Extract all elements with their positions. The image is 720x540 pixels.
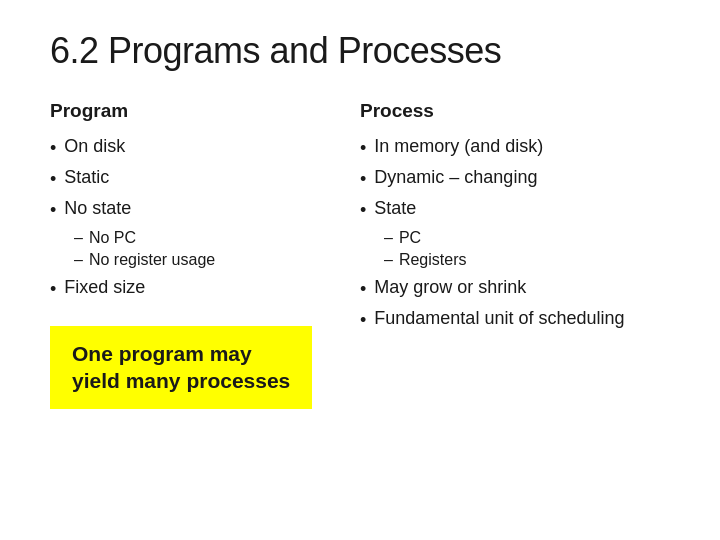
process-bullet-maygrow: • May grow or shrink <box>360 277 650 300</box>
program-nopc-text: No PC <box>89 229 136 247</box>
program-sub-noregister: – No register usage <box>74 251 340 269</box>
bullet-icon: • <box>50 279 56 300</box>
process-bullet-fundamental: • Fundamental unit of scheduling <box>360 308 650 331</box>
program-header: Program <box>50 100 340 122</box>
process-state-text: State <box>374 198 416 219</box>
dash-icon: – <box>384 229 393 247</box>
dash-icon: – <box>384 251 393 269</box>
bullet-icon: • <box>360 169 366 190</box>
process-column: Process • In memory (and disk) • Dynamic… <box>360 100 670 409</box>
process-extra-list: • May grow or shrink • Fundamental unit … <box>360 277 650 331</box>
bullet-icon: • <box>50 138 56 159</box>
process-dynamic-text: Dynamic – changing <box>374 167 537 188</box>
bullet-icon: • <box>360 200 366 221</box>
program-static-text: Static <box>64 167 109 188</box>
bullet-icon: • <box>50 169 56 190</box>
program-bullet-ondisk: • On disk <box>50 136 340 159</box>
program-fixedsize-text: Fixed size <box>64 277 145 298</box>
program-nostate-text: No state <box>64 198 131 219</box>
program-ondisk-text: On disk <box>64 136 125 157</box>
program-extra-list: • Fixed size <box>50 277 340 300</box>
highlight-line1: One program may <box>72 342 252 365</box>
bullet-icon: • <box>360 138 366 159</box>
process-bullet-inmemory: • In memory (and disk) <box>360 136 650 159</box>
dash-icon: – <box>74 229 83 247</box>
slide: 6.2 Programs and Processes Program • On … <box>0 0 720 540</box>
highlight-line2: yield many processes <box>72 369 290 392</box>
program-bullet-list: • On disk • Static • No state <box>50 136 340 221</box>
program-noregister-text: No register usage <box>89 251 215 269</box>
process-pc-text: PC <box>399 229 421 247</box>
program-sub-list: – No PC – No register usage <box>74 229 340 269</box>
program-bullet-nostate: • No state <box>50 198 340 221</box>
process-header: Process <box>360 100 650 122</box>
process-maygrow-text: May grow or shrink <box>374 277 526 298</box>
bullet-icon: • <box>360 279 366 300</box>
content-columns: Program • On disk • Static • No state – <box>50 100 670 409</box>
bullet-icon: • <box>360 310 366 331</box>
process-sub-registers: – Registers <box>384 251 650 269</box>
program-bullet-static: • Static <box>50 167 340 190</box>
process-bullet-state: • State <box>360 198 650 221</box>
bullet-icon: • <box>50 200 56 221</box>
process-bullet-dynamic: • Dynamic – changing <box>360 167 650 190</box>
program-bullet-fixedsize: • Fixed size <box>50 277 340 300</box>
dash-icon: – <box>74 251 83 269</box>
process-registers-text: Registers <box>399 251 467 269</box>
slide-title: 6.2 Programs and Processes <box>50 30 670 72</box>
process-inmemory-text: In memory (and disk) <box>374 136 543 157</box>
program-sub-nopc: – No PC <box>74 229 340 247</box>
process-fundamental-text: Fundamental unit of scheduling <box>374 308 624 329</box>
process-sub-list: – PC – Registers <box>384 229 650 269</box>
process-bullet-list: • In memory (and disk) • Dynamic – chang… <box>360 136 650 221</box>
program-column: Program • On disk • Static • No state – <box>50 100 360 409</box>
process-sub-pc: – PC <box>384 229 650 247</box>
highlight-box: One program may yield many processes <box>50 326 312 409</box>
